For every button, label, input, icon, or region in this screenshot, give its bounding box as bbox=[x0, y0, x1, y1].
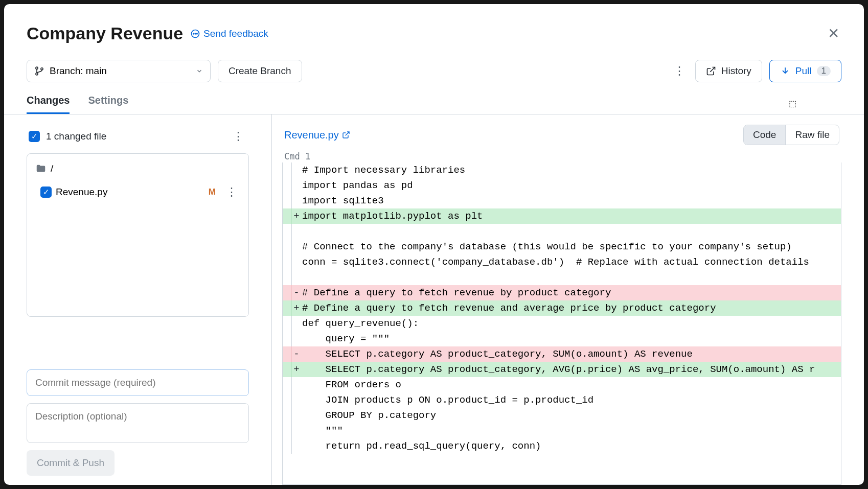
history-button[interactable]: History bbox=[695, 60, 762, 82]
cmd-label: Cmd 1 bbox=[282, 150, 841, 162]
diff-view-toggle: Code Raw file bbox=[743, 125, 839, 145]
diff-body: # Import necessary libraries import pand… bbox=[282, 162, 841, 485]
diff-line bbox=[283, 224, 841, 239]
svg-line-8 bbox=[345, 132, 349, 135]
commit-message-input[interactable] bbox=[27, 369, 249, 396]
diff-line: import pandas as pd bbox=[283, 178, 841, 193]
external-link-icon bbox=[342, 131, 350, 139]
tab-changes[interactable]: Changes bbox=[27, 91, 70, 114]
diff-header: Revenue.py Code Raw file bbox=[282, 122, 841, 150]
diff-line bbox=[283, 270, 841, 285]
svg-point-4 bbox=[36, 67, 38, 69]
diff-line: import sqlite3 bbox=[283, 193, 841, 208]
close-icon: ✕ bbox=[828, 26, 839, 41]
svg-point-2 bbox=[195, 33, 196, 34]
diff-line: + SELECT p.category AS product_category,… bbox=[283, 362, 841, 377]
page-title: Company Revenue bbox=[27, 24, 183, 43]
diff-line: def query_revenue(): bbox=[283, 316, 841, 331]
kebab-icon: ⋮ bbox=[226, 185, 237, 198]
svg-point-6 bbox=[41, 68, 43, 70]
branch-label: Branch: main bbox=[50, 65, 107, 77]
diff-line: return pd.read_sql_query(query, conn) bbox=[283, 438, 841, 454]
body-split: ✓ 1 changed file ⋮ / ✓ R bbox=[4, 114, 864, 485]
more-actions-button[interactable]: ⋮ bbox=[671, 61, 688, 81]
diff-line: """ bbox=[283, 423, 841, 438]
file-checkbox[interactable]: ✓ bbox=[40, 187, 52, 198]
check-icon: ✓ bbox=[43, 188, 50, 197]
feedback-label: Send feedback bbox=[203, 28, 268, 39]
commit-description-input[interactable] bbox=[27, 403, 249, 443]
toggle-code[interactable]: Code bbox=[744, 125, 786, 145]
file-link-label: Revenue.py bbox=[284, 129, 339, 141]
pull-label: Pull bbox=[795, 65, 812, 77]
changes-summary-row: ✓ 1 changed file ⋮ bbox=[27, 124, 249, 153]
file-name: Revenue.py bbox=[56, 187, 107, 198]
commit-push-button[interactable]: Commit & Push bbox=[27, 450, 115, 476]
commit-area: Commit & Push bbox=[27, 347, 249, 476]
tree-root-row[interactable]: / bbox=[31, 159, 244, 178]
modified-badge: M bbox=[209, 187, 216, 197]
branch-selector[interactable]: Branch: main bbox=[27, 60, 211, 82]
diff-line: FROM orders o bbox=[283, 377, 841, 392]
diff-line: JOIN products p ON o.product_id = p.prod… bbox=[283, 392, 841, 408]
folder-icon bbox=[35, 163, 47, 174]
create-branch-button[interactable]: Create Branch bbox=[218, 60, 302, 82]
tree-file-row[interactable]: ✓ Revenue.py M ⋮ bbox=[31, 178, 244, 206]
file-tree: / ✓ Revenue.py M ⋮ bbox=[27, 153, 249, 317]
external-link-icon bbox=[706, 66, 716, 76]
chevron-down-icon bbox=[196, 67, 203, 75]
tab-bar: Changes Settings bbox=[4, 91, 864, 114]
modal-header: Company Revenue Send feedback ✕ bbox=[4, 4, 864, 49]
git-modal: Company Revenue Send feedback ✕ Branch: … bbox=[4, 4, 864, 485]
diff-pane: Revenue.py Code Raw file Cmd 1 # Import … bbox=[272, 114, 864, 485]
changes-sidebar: ✓ 1 changed file ⋮ / ✓ R bbox=[4, 114, 272, 485]
svg-point-1 bbox=[193, 33, 194, 34]
tab-settings[interactable]: Settings bbox=[88, 91, 128, 114]
diff-line: - SELECT p.category AS product_category,… bbox=[283, 346, 841, 362]
svg-point-5 bbox=[36, 73, 38, 75]
diff-line: query = """ bbox=[283, 331, 841, 346]
send-feedback-link[interactable]: Send feedback bbox=[190, 28, 268, 39]
kebab-icon: ⋮ bbox=[674, 64, 685, 77]
kebab-icon: ⋮ bbox=[233, 130, 244, 143]
pull-count-badge: 1 bbox=[817, 66, 831, 76]
git-branch-icon bbox=[34, 66, 44, 76]
diff-line: conn = sqlite3.connect('company_database… bbox=[283, 254, 841, 270]
select-all-checkbox[interactable]: ✓ bbox=[29, 131, 40, 142]
changes-more-button[interactable]: ⋮ bbox=[230, 127, 247, 146]
root-label: / bbox=[51, 163, 53, 174]
diff-file-link[interactable]: Revenue.py bbox=[284, 129, 350, 141]
changed-file-count: 1 changed file bbox=[46, 131, 106, 142]
diff-line: -# Define a query to fetch revenue by pr… bbox=[283, 285, 841, 300]
toolbar: Branch: main Create Branch ⋮ History Pul… bbox=[4, 49, 864, 91]
diff-line: +import matplotlib.pyplot as plt bbox=[283, 208, 841, 224]
svg-line-7 bbox=[710, 67, 715, 72]
check-icon: ✓ bbox=[31, 132, 38, 141]
comment-icon bbox=[190, 29, 200, 39]
diff-line: +# Define a query to fetch revenue and a… bbox=[283, 300, 841, 316]
file-more-button[interactable]: ⋮ bbox=[223, 182, 240, 202]
pull-button[interactable]: Pull 1 bbox=[769, 60, 841, 82]
diff-line: # Connect to the company's database (thi… bbox=[283, 239, 841, 254]
close-button[interactable]: ✕ bbox=[826, 25, 841, 43]
toggle-raw[interactable]: Raw file bbox=[786, 125, 839, 145]
download-arrow-icon bbox=[780, 66, 790, 76]
diff-line: # Import necessary libraries bbox=[283, 162, 841, 178]
history-label: History bbox=[721, 65, 751, 77]
diff-line: GROUP BY p.category bbox=[283, 408, 841, 423]
svg-point-3 bbox=[197, 33, 198, 34]
